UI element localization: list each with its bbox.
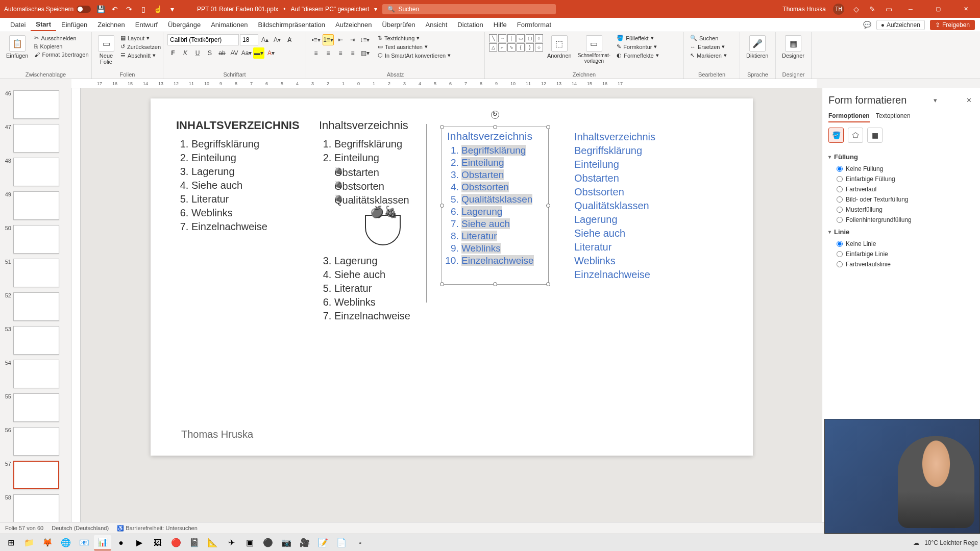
chrome-icon[interactable]: 🌐	[57, 535, 75, 550]
thumbnail-57[interactable]: 57	[2, 461, 69, 489]
slide-canvas[interactable]: INHALTSVERZEICHNIS Begriffsklärung Einte…	[151, 98, 753, 456]
align-left-icon[interactable]: ≡	[310, 47, 322, 59]
fill-solid-radio[interactable]: Einfarbige Füllung	[837, 174, 974, 184]
paste-button[interactable]: 📋Einfügen	[4, 34, 30, 60]
close-icon[interactable]: ✕	[955, 2, 976, 17]
selected-textbox[interactable]: Inhaltsverzeichnis Begriffsklärung Einte…	[442, 127, 549, 285]
tab-bildschirmpraesentation[interactable]: Bildschirmpräsentation	[253, 19, 330, 31]
search-input[interactable]: 🔍 Suchen	[382, 4, 556, 14]
vlc-icon[interactable]: ▶	[131, 535, 148, 550]
undo-icon[interactable]: ↶	[110, 5, 119, 14]
app3-icon[interactable]: ▣	[241, 535, 258, 550]
shapes-gallery[interactable]: ╲→│▭▢○ △⌐∿{}☆	[489, 34, 543, 52]
tab-einfuegen[interactable]: Einfügen	[56, 19, 92, 31]
thumbnail-50[interactable]: 50	[2, 225, 69, 254]
reset-button[interactable]: ↺ Zurücksetzen	[118, 43, 163, 51]
vertical-ruler[interactable]	[71, 88, 81, 522]
text-direction-button[interactable]: ⇅ Textrichtung ▾	[376, 34, 453, 42]
shadow-icon[interactable]: S	[204, 47, 215, 59]
slide-counter[interactable]: Folie 57 von 60	[5, 525, 43, 531]
shape-effects-button[interactable]: ◐ Formeffekte ▾	[615, 52, 661, 59]
shape-outline-button[interactable]: ✎ Formkontur ▾	[615, 43, 661, 51]
dictate-button[interactable]: 🎤Diktieren	[744, 34, 770, 60]
thumbnail-49[interactable]: 49	[2, 191, 69, 220]
thumbnail-56[interactable]: 56	[2, 427, 69, 456]
shape-triangle-icon[interactable]: △	[489, 43, 497, 52]
resize-handle-nw[interactable]	[440, 125, 444, 129]
thumbnail-58[interactable]: 58	[2, 494, 69, 522]
resize-handle-w[interactable]	[440, 204, 444, 208]
line-solid-radio[interactable]: Einfarbige Linie	[837, 249, 974, 259]
shrink-font-icon[interactable]: A▾	[272, 34, 283, 45]
strike-icon[interactable]: ab	[216, 47, 228, 59]
shape-fill-button[interactable]: 🪣 Fülleffekt ▾	[615, 34, 661, 42]
thumbnail-54[interactable]: 54	[2, 360, 69, 388]
shape-rect-icon[interactable]: ▭	[517, 34, 525, 42]
line-gradient-radio[interactable]: Farbverlaufslinie	[837, 259, 974, 269]
app2-icon[interactable]: 🔴	[167, 535, 185, 550]
slideshow-icon[interactable]: ▯	[139, 5, 148, 14]
word-icon[interactable]: 📄	[333, 535, 350, 550]
app-icon[interactable]: ●	[112, 535, 130, 550]
resize-handle-se[interactable]	[546, 282, 550, 286]
shape-star-icon[interactable]: ☆	[535, 43, 543, 52]
font-size-combo[interactable]	[240, 34, 258, 45]
touch-mode-icon[interactable]: ☝	[153, 5, 162, 14]
firefox-icon[interactable]: 🦊	[39, 535, 56, 550]
shape-line-icon[interactable]: ╲	[489, 34, 497, 42]
save-icon[interactable]: 💾	[96, 5, 105, 14]
autosave-toggle[interactable]: Automatisches Speichern	[4, 6, 91, 13]
shape-line2-icon[interactable]: │	[507, 34, 516, 42]
justify-icon[interactable]: ≡	[347, 47, 358, 59]
horizontal-ruler[interactable]: 1716151413121110987654321012345678910111…	[71, 79, 817, 88]
tab-hilfe[interactable]: Hilfe	[488, 19, 512, 31]
qat-more-icon[interactable]: ▾	[167, 5, 177, 14]
pane-options-icon[interactable]: ▾	[932, 96, 939, 104]
chevron-down-icon[interactable]: ▾	[374, 6, 377, 13]
slide-edit-area[interactable]: INHALTSVERZEICHNIS Begriffsklärung Einte…	[71, 88, 822, 522]
section-button[interactable]: ☰ Abschnitt ▾	[118, 52, 163, 59]
clear-format-icon[interactable]: A̷	[284, 34, 295, 45]
shape-curve-icon[interactable]: ∿	[507, 43, 516, 52]
outlook-icon[interactable]: 📧	[76, 535, 93, 550]
tab-start[interactable]: Start	[31, 18, 56, 31]
resize-handle-ne[interactable]	[546, 125, 550, 129]
fill-picture-radio[interactable]: Bild- oder Texturfüllung	[837, 194, 974, 205]
shape-connector-icon[interactable]: ⌐	[498, 43, 506, 52]
columns-icon[interactable]: ▥▾	[359, 47, 371, 59]
shape-rect2-icon[interactable]: ▢	[526, 34, 534, 42]
quick-styles-button[interactable]: ▭Schnellformat- vorlagen	[576, 34, 612, 65]
maximize-icon[interactable]: ▢	[928, 2, 948, 17]
indent-icon[interactable]: ⇥	[347, 34, 358, 45]
align-text-button[interactable]: ▭ Text ausrichten ▾	[376, 43, 453, 51]
pane-tab-form[interactable]: Formoptionen	[828, 110, 870, 122]
shape-brace-l-icon[interactable]: {	[517, 43, 525, 52]
fill-section-header[interactable]: Füllung	[828, 150, 974, 164]
toggle-switch-icon[interactable]	[77, 6, 91, 13]
arrange-button[interactable]: ⬚Anordnen	[545, 34, 574, 60]
resize-handle-e[interactable]	[546, 204, 550, 208]
numbering-icon[interactable]: 1≡▾	[323, 34, 334, 45]
tab-formformat[interactable]: Formformat	[512, 19, 556, 31]
telegram-icon[interactable]: ✈	[223, 535, 240, 550]
pane-close-icon[interactable]: ✕	[964, 96, 974, 104]
find-button[interactable]: 🔍 Suchen	[688, 34, 729, 42]
outdent-icon[interactable]: ⇤	[335, 34, 346, 45]
notepad-icon[interactable]: 📝	[314, 535, 332, 550]
case-icon[interactable]: Aa▾	[241, 47, 252, 59]
tab-ueberpruefen[interactable]: Überprüfen	[377, 19, 421, 31]
comments-icon[interactable]: 💬	[863, 21, 871, 29]
designer-button[interactable]: ▦Designer	[780, 34, 806, 60]
pen-icon[interactable]: ✎	[868, 5, 877, 14]
language-status[interactable]: Deutsch (Deutschland)	[52, 525, 109, 531]
fill-pattern-radio[interactable]: Musterfüllung	[837, 205, 974, 215]
tab-aufzeichnen[interactable]: Aufzeichnen	[330, 19, 377, 31]
user-avatar[interactable]: TH	[833, 4, 844, 15]
thumbnail-51[interactable]: 51	[2, 259, 69, 287]
resize-handle-sw[interactable]	[440, 282, 444, 286]
bullets-icon[interactable]: ▪≡▾	[310, 34, 322, 45]
replace-button[interactable]: ↔ Ersetzen ▾	[688, 43, 729, 51]
record-button[interactable]: ● Aufzeichnen	[876, 20, 925, 30]
shape-circle-icon[interactable]: ○	[535, 34, 543, 42]
new-slide-button[interactable]: ▭Neue Folie	[96, 34, 116, 66]
